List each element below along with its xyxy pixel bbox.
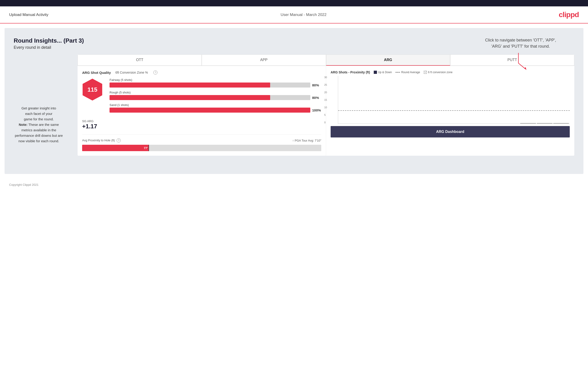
bar-label-2: Sand (1 shots) bbox=[110, 103, 321, 107]
sg-value: +1.17 bbox=[82, 123, 321, 130]
proximity-label: Avg Proximity to Hole (ft) ? bbox=[82, 138, 121, 142]
logo: clippd bbox=[559, 10, 579, 19]
proximity-bar: 77' bbox=[82, 145, 321, 151]
bar-fill-0 bbox=[110, 83, 270, 88]
card-body: ARG Shot Quality 6ft Conversion Zone % ?… bbox=[78, 66, 574, 156]
bar-row-1: Rough (5 shots) 80% bbox=[110, 91, 321, 100]
tab-ott[interactable]: OTT bbox=[78, 54, 202, 66]
y-label-4: 10 bbox=[324, 106, 327, 109]
y-label-3: 15 bbox=[324, 99, 327, 101]
proximity-section: Avg Proximity to Hole (ft) ? ↑ PGA Tour … bbox=[82, 134, 321, 151]
legend-dashed-icon bbox=[395, 72, 400, 73]
left-data-panel: ARG Shot Quality 6ft Conversion Zone % ?… bbox=[78, 66, 326, 156]
proximity-help-icon[interactable]: ? bbox=[117, 138, 121, 142]
svg-line-1 bbox=[519, 63, 525, 69]
conversion-label: 6ft Conversion Zone % bbox=[115, 71, 148, 74]
bar-track-0: 80% bbox=[110, 83, 321, 88]
sg-label: SG ARG bbox=[82, 119, 321, 123]
chart-bar-group-12 bbox=[537, 123, 553, 124]
bar-label-1: Rough (5 shots) bbox=[110, 91, 321, 94]
footer: Copyright Clippd 2021 bbox=[0, 178, 588, 191]
arrow-icon bbox=[514, 52, 527, 70]
help-icon[interactable]: ? bbox=[153, 70, 157, 75]
y-label-5: 5 bbox=[324, 114, 327, 116]
proximity-cursor bbox=[148, 145, 149, 151]
bar-row-0: Fairway (5 shots) 80% bbox=[110, 78, 321, 88]
svg-marker-2 bbox=[524, 67, 526, 70]
arg-dashboard-button[interactable]: ARG Dashboard bbox=[331, 126, 570, 137]
chart-title: ARG Shots - Proximity (ft) bbox=[331, 70, 370, 74]
sg-container: SG ARG +1.17 bbox=[82, 119, 321, 130]
main-content: Round Insights... (Part 3) Every round i… bbox=[5, 28, 583, 174]
chart-bar-group-13 bbox=[553, 123, 569, 124]
legend-hatch-icon bbox=[424, 71, 427, 74]
header: Upload Manual Activity User Manual - Mar… bbox=[0, 6, 588, 24]
bar-track-1: 80% bbox=[110, 95, 321, 100]
bar-track-2: 100% bbox=[110, 108, 321, 113]
chart-wrapper: 302520151050 8 bbox=[331, 76, 570, 124]
bar-bg-0 bbox=[110, 83, 310, 88]
bar-pct-2: 100% bbox=[312, 108, 321, 112]
chart-bar-group-11 bbox=[520, 123, 536, 124]
navigate-hint: Click to navigate between 'OTT', 'APP', … bbox=[485, 37, 556, 70]
top-bar bbox=[0, 0, 588, 6]
bar-fill-2 bbox=[110, 108, 310, 113]
bar-label-0: Fairway (5 shots) bbox=[110, 78, 321, 82]
bar-bg-1 bbox=[110, 95, 310, 100]
legend-up-down: Up & Down bbox=[374, 71, 392, 74]
note-label: Note: bbox=[19, 123, 27, 126]
hex-bars-container: 115 Fairway (5 shots) 80% Rough (5 shots… bbox=[82, 78, 321, 116]
bar-row-2: Sand (1 shots) 100% bbox=[110, 103, 321, 113]
y-label-2: 20 bbox=[324, 91, 327, 94]
hex-badge: 115 bbox=[82, 78, 103, 101]
left-panel-text: Get greater insight into each facet of y… bbox=[14, 106, 64, 144]
chart-area: 8 bbox=[338, 76, 570, 124]
chart-bar-hatch-12 bbox=[537, 123, 553, 124]
y-label-1: 25 bbox=[324, 83, 327, 86]
chart-bars bbox=[338, 76, 570, 124]
bar-rows: Fairway (5 shots) 80% Rough (5 shots) 80… bbox=[110, 78, 321, 116]
bar-fill-1 bbox=[110, 95, 270, 100]
chart-header: ARG Shots - Proximity (ft) Up & Down Rou… bbox=[331, 70, 570, 74]
bar-bg-2 bbox=[110, 108, 310, 113]
right-data-panel: ARG Shots - Proximity (ft) Up & Down Rou… bbox=[326, 66, 574, 156]
chart-bar-hatch-13 bbox=[553, 123, 569, 124]
chart-bar-hatch-11 bbox=[520, 123, 536, 124]
proximity-bar-fill: 77' bbox=[82, 145, 149, 151]
legend-box-icon bbox=[374, 71, 377, 74]
tab-app[interactable]: APP bbox=[202, 54, 326, 66]
pga-avg-label: ↑ PGA Tour Avg: 7'10" bbox=[292, 139, 321, 142]
y-label-0: 30 bbox=[324, 76, 327, 79]
y-axis: 302520151050 bbox=[324, 76, 327, 124]
hex-number: 115 bbox=[87, 86, 97, 93]
quality-title: ARG Shot Quality bbox=[82, 71, 111, 75]
panel-header: ARG Shot Quality 6ft Conversion Zone % ? bbox=[82, 70, 321, 75]
bar-pct-1: 80% bbox=[312, 96, 321, 100]
upload-label: Upload Manual Activity bbox=[9, 13, 48, 17]
tab-arg[interactable]: ARG bbox=[326, 54, 450, 66]
bar-pct-0: 80% bbox=[312, 83, 321, 87]
legend-6ft: 6 ft conversion zone bbox=[424, 71, 452, 74]
legend-round-avg: Round Average bbox=[395, 71, 420, 74]
copyright: Copyright Clippd 2021 bbox=[9, 183, 39, 186]
header-center-label: User Manual - March 2022 bbox=[281, 13, 327, 17]
proximity-header: Avg Proximity to Hole (ft) ? ↑ PGA Tour … bbox=[82, 138, 321, 142]
y-label-6: 0 bbox=[324, 121, 327, 124]
